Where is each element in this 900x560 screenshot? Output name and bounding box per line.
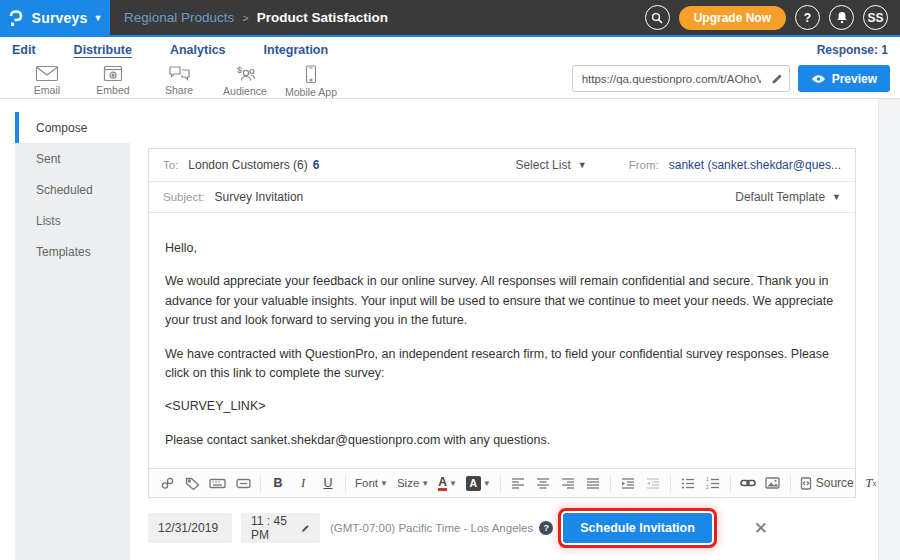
- subject-label: Subject:: [163, 191, 205, 203]
- question-mark-icon: ?: [804, 11, 811, 25]
- align-center-button[interactable]: [535, 473, 551, 493]
- product-switcher-label: Surveys: [32, 10, 88, 26]
- schedule-time-input[interactable]: 11 : 45 PM: [241, 513, 320, 543]
- breadcrumb-folder-link[interactable]: Regional Products: [124, 10, 234, 25]
- from-label: From:: [629, 159, 659, 171]
- background-color-icon: A: [466, 476, 481, 491]
- size-dropdown-label: Size: [397, 477, 419, 489]
- sidebar-item-sent[interactable]: Sent: [15, 143, 130, 174]
- embed-icon: [103, 65, 123, 82]
- insert-link-icon[interactable]: [159, 473, 175, 493]
- increase-indent-button[interactable]: [620, 473, 636, 493]
- notifications-button[interactable]: [829, 5, 854, 30]
- email-body-editor[interactable]: Hello, We would appreciate your feedback…: [149, 213, 855, 468]
- search-button[interactable]: [645, 5, 670, 30]
- survey-url-input[interactable]: [573, 73, 765, 85]
- channel-email[interactable]: Email: [14, 61, 80, 98]
- italic-button[interactable]: I: [295, 473, 311, 493]
- scrollbar-track[interactable]: [878, 99, 900, 560]
- font-size-dropdown[interactable]: Size ▼: [397, 477, 429, 489]
- numbered-list-button[interactable]: 12: [705, 473, 721, 493]
- sidebar-item-scheduled[interactable]: Scheduled: [15, 174, 130, 205]
- channel-share[interactable]: Share: [146, 61, 212, 98]
- schedule-invitation-button[interactable]: Schedule Invitation: [563, 513, 712, 543]
- channel-embed[interactable]: Embed: [80, 61, 146, 98]
- pencil-icon: [771, 73, 783, 85]
- body-paragraph: <SURVEY_LINK>: [165, 397, 839, 416]
- insert-tag-icon[interactable]: [184, 473, 200, 493]
- remove-format-button[interactable]: Tx: [863, 473, 879, 493]
- user-avatar[interactable]: SS: [863, 5, 888, 30]
- distribute-content: Compose Sent Scheduled Lists Templates T…: [0, 99, 900, 560]
- align-left-button[interactable]: [510, 473, 526, 493]
- align-right-button[interactable]: [560, 473, 576, 493]
- source-button[interactable]: Source: [800, 473, 854, 493]
- to-value[interactable]: London Customers (6): [188, 158, 307, 172]
- body-paragraph: Please contact sanket.shekdar@questionpr…: [165, 431, 839, 450]
- tab-integration[interactable]: Integration: [264, 43, 329, 57]
- help-button[interactable]: ?: [795, 5, 820, 30]
- tab-edit[interactable]: Edit: [12, 43, 36, 57]
- template-dropdown[interactable]: Default Template ▼: [735, 190, 841, 204]
- from-value[interactable]: sanket (sanket.shekdar@ques...: [669, 158, 841, 172]
- svg-text:2: 2: [706, 485, 709, 489]
- survey-nav: Edit Distribute Analytics Integration Re…: [0, 39, 900, 61]
- subject-value[interactable]: Survey Invitation: [215, 190, 304, 204]
- bulleted-list-button[interactable]: [680, 473, 696, 493]
- body-paragraph: We would appreciate your feedback in our…: [165, 272, 839, 330]
- response-count[interactable]: Response: 1: [817, 43, 888, 57]
- select-list-dropdown[interactable]: Select List ▼: [515, 158, 586, 172]
- body-paragraph: Hello,: [165, 239, 839, 258]
- to-label: To:: [163, 159, 178, 171]
- compose-editor-card: To: London Customers (6) 6 Select List ▼…: [148, 148, 856, 498]
- tab-analytics[interactable]: Analytics: [170, 43, 226, 57]
- header-actions: Upgrade Now ? SS: [645, 5, 900, 30]
- search-icon: [651, 12, 663, 24]
- breadcrumb-survey-title: Product Satisfaction: [257, 10, 388, 25]
- timezone-text: (GMT-07:00) Pacific Time - Los Angeles: [330, 522, 533, 534]
- font-family-dropdown[interactable]: Font ▼: [355, 477, 388, 489]
- pencil-icon: [301, 522, 310, 535]
- insert-button-icon[interactable]: [235, 473, 251, 493]
- subject-row: Subject: Survey Invitation Default Templ…: [149, 182, 855, 213]
- questionpro-logo-block[interactable]: Surveys ▼: [0, 0, 110, 35]
- channel-mobile-app[interactable]: Mobile App: [278, 61, 344, 98]
- bold-button[interactable]: B: [270, 473, 286, 493]
- schedule-date-input[interactable]: 12/31/2019: [148, 513, 232, 543]
- to-row: To: London Customers (6) 6 Select List ▼…: [149, 149, 855, 182]
- font-dropdown-label: Font: [355, 477, 378, 489]
- preview-button[interactable]: Preview: [798, 65, 890, 92]
- recipient-count[interactable]: 6: [313, 158, 320, 172]
- upgrade-now-button[interactable]: Upgrade Now: [679, 6, 786, 30]
- chevron-down-icon: ▼: [483, 479, 491, 488]
- underline-button[interactable]: U: [320, 473, 336, 493]
- breadcrumb-separator: >: [242, 12, 248, 24]
- channel-items: Email Embed Share $: [0, 61, 344, 98]
- sidebar-item-lists[interactable]: Lists: [15, 205, 130, 236]
- bell-icon: [836, 11, 848, 24]
- distribute-channels-bar: Email Embed Share $: [0, 61, 900, 99]
- preview-label: Preview: [832, 72, 877, 86]
- justify-button[interactable]: [585, 473, 601, 493]
- schedule-date-value: 12/31/2019: [158, 521, 218, 535]
- sidebar-item-templates[interactable]: Templates: [15, 236, 130, 267]
- decrease-indent-button[interactable]: [645, 473, 661, 493]
- text-color-button[interactable]: A ▼: [438, 473, 457, 493]
- share-icon: [168, 65, 191, 82]
- survey-url-box: [572, 65, 790, 92]
- sidebar-item-compose[interactable]: Compose: [15, 112, 130, 143]
- body-paragraph: We have contracted with QuestionPro, an …: [165, 345, 839, 384]
- channel-audience[interactable]: $ Audience: [212, 61, 278, 98]
- schedule-time-value: 11 : 45 PM: [251, 514, 289, 542]
- formatting-toolbar: B I U Font ▼ Size ▼ A ▼ A ▼: [149, 468, 855, 497]
- tab-distribute[interactable]: Distribute: [74, 43, 132, 57]
- select-list-label: Select List: [515, 158, 570, 172]
- edit-url-button[interactable]: [765, 73, 789, 85]
- insert-image-button[interactable]: [765, 473, 781, 493]
- timezone-help-icon[interactable]: ?: [539, 521, 553, 535]
- close-icon[interactable]: ✕: [754, 520, 768, 537]
- insert-field-icon[interactable]: [209, 473, 226, 493]
- channel-label: Audience: [223, 85, 267, 97]
- background-color-button[interactable]: A ▼: [466, 473, 491, 493]
- hyperlink-button[interactable]: [740, 473, 756, 493]
